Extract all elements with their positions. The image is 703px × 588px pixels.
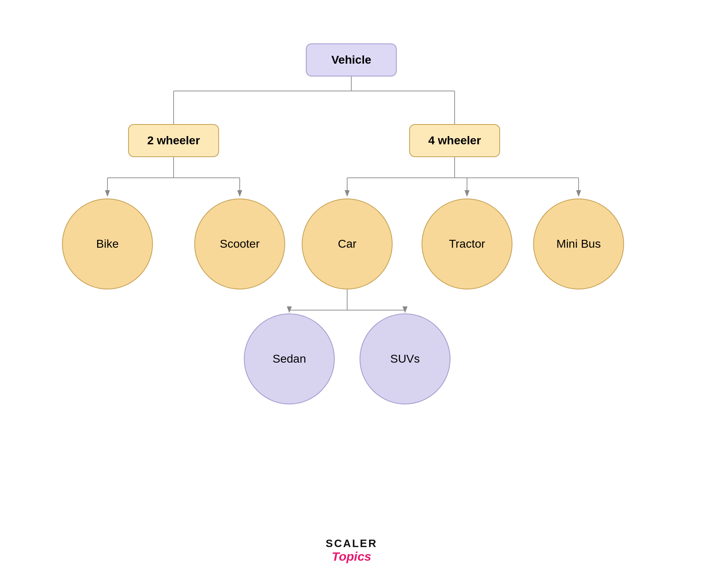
node-bike: Bike xyxy=(62,198,153,289)
node-two-wheeler: 2 wheeler xyxy=(128,124,219,157)
brand-topics-text: Topics xyxy=(326,550,377,563)
brand-logo: SCALER Topics xyxy=(326,538,377,563)
node-sedan: Sedan xyxy=(244,313,335,404)
node-four-wheeler: 4 wheeler xyxy=(409,124,500,157)
node-suvs: SUVs xyxy=(360,313,450,404)
node-tractor: Tractor xyxy=(422,198,512,289)
brand-scaler-text: SCALER xyxy=(326,538,377,550)
node-scooter: Scooter xyxy=(194,198,285,289)
node-minibus: Mini Bus xyxy=(533,198,624,289)
diagram-container: Vehicle 2 wheeler 4 wheeler Bike Scooter… xyxy=(0,0,703,588)
connectors-svg xyxy=(0,0,703,588)
node-vehicle: Vehicle xyxy=(306,43,397,76)
node-car: Car xyxy=(302,198,393,289)
